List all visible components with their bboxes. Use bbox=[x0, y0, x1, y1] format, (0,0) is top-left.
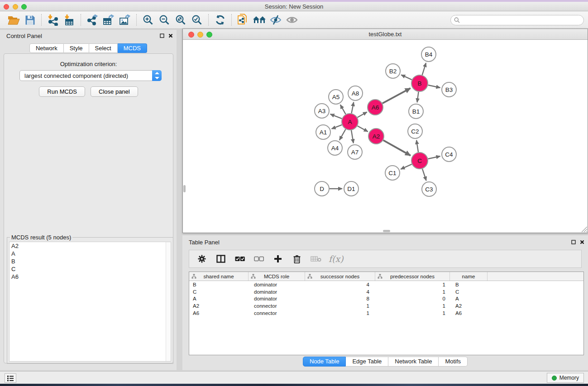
task-history-button[interactable] bbox=[5, 373, 16, 383]
table-cell[interactable]: A2 bbox=[450, 303, 488, 309]
column-header-shared-name[interactable]: shared name bbox=[189, 272, 249, 281]
result-list-scrollbar[interactable] bbox=[166, 242, 171, 361]
network-close-button[interactable] bbox=[188, 32, 194, 38]
table-cell[interactable]: 1 bbox=[375, 282, 450, 287]
search-input[interactable] bbox=[460, 16, 583, 24]
table-cell[interactable]: 0 bbox=[375, 296, 450, 301]
table-cell[interactable]: dominator bbox=[249, 289, 305, 295]
table-cell[interactable]: 8 bbox=[305, 296, 375, 301]
graph-edge-C-C2[interactable] bbox=[416, 140, 418, 152]
mcds-result-item[interactable]: A6 bbox=[10, 273, 171, 281]
table-cell[interactable]: dominator bbox=[249, 282, 305, 287]
function-builder-button[interactable]: f(x) bbox=[329, 253, 344, 265]
vertical-scrollbar-thumb[interactable] bbox=[183, 185, 186, 192]
zoom-fit-button[interactable] bbox=[172, 13, 189, 27]
table-cell[interactable]: B bbox=[189, 282, 249, 287]
graph-edge-B-B2[interactable] bbox=[401, 75, 412, 80]
table-row[interactable]: A2connector11A2 bbox=[189, 302, 583, 310]
table-cell[interactable]: connector bbox=[249, 310, 305, 316]
table-settings-button[interactable] bbox=[196, 253, 208, 265]
import-network-button[interactable] bbox=[45, 13, 61, 27]
export-network-button[interactable] bbox=[84, 13, 100, 27]
table-cell[interactable]: C bbox=[450, 289, 488, 295]
mcds-result-item[interactable]: A2 bbox=[10, 242, 171, 250]
table-cell[interactable]: connector bbox=[249, 303, 305, 309]
new-network-from-selection-button[interactable] bbox=[235, 13, 251, 27]
graph-edge-B-B1[interactable] bbox=[417, 92, 419, 102]
graph-edge-A-A3[interactable] bbox=[330, 114, 342, 119]
tab-select[interactable]: Select bbox=[89, 43, 118, 53]
tab-node-table[interactable]: Node Table bbox=[303, 357, 346, 367]
zoom-selected-button[interactable] bbox=[189, 13, 205, 27]
node-table[interactable]: shared nameMCDS rolesuccessor nodesprede… bbox=[189, 272, 584, 355]
table-row[interactable]: Adominator80A bbox=[189, 295, 583, 303]
show-graphics-button[interactable] bbox=[284, 13, 300, 27]
column-header-predecessor-nodes[interactable]: predecessor nodes bbox=[375, 272, 450, 281]
float-panel-icon[interactable] bbox=[160, 33, 164, 38]
mcds-result-item[interactable]: A bbox=[10, 250, 171, 257]
memory-button[interactable]: Memory bbox=[547, 373, 584, 383]
zoom-in-button[interactable] bbox=[140, 13, 156, 27]
show-columns-button[interactable] bbox=[215, 253, 227, 265]
save-session-button[interactable] bbox=[22, 13, 38, 27]
graph-edge-B-B3[interactable] bbox=[428, 85, 440, 88]
open-session-button[interactable] bbox=[5, 13, 22, 27]
graph-edge-A-A2[interactable] bbox=[358, 126, 368, 132]
optimization-criterion-select[interactable]: largest connected component (directed) bbox=[19, 70, 162, 81]
export-image-button[interactable] bbox=[117, 13, 133, 27]
close-panel-icon[interactable] bbox=[580, 240, 584, 244]
table-cell[interactable]: A bbox=[450, 296, 488, 301]
tab-mcds[interactable]: MCDS bbox=[118, 43, 147, 53]
table-row[interactable]: Bdominator41B bbox=[189, 281, 583, 288]
app-titlebar[interactable]: Session: New Session bbox=[0, 2, 588, 11]
graph-edge-A6-B[interactable] bbox=[382, 88, 411, 103]
table-row[interactable]: A6connector11A6 bbox=[189, 310, 583, 317]
table-cell[interactable]: A6 bbox=[189, 310, 249, 316]
mcds-result-item[interactable]: C bbox=[10, 265, 171, 273]
graph-edge-C-C4[interactable] bbox=[428, 156, 440, 159]
run-mcds-button[interactable]: Run MCDS bbox=[39, 86, 85, 97]
column-header-MCDS-role[interactable]: MCDS role bbox=[249, 272, 305, 281]
table-cell[interactable]: A6 bbox=[450, 310, 488, 316]
graph-edge-B-B4[interactable] bbox=[422, 63, 426, 75]
first-neighbors-button[interactable] bbox=[251, 13, 268, 27]
table-cell[interactable]: 4 bbox=[305, 289, 375, 295]
zoom-out-button[interactable] bbox=[156, 13, 172, 27]
table-cell[interactable]: 1 bbox=[375, 303, 450, 309]
table-cell[interactable]: C bbox=[189, 289, 249, 295]
graph-edge-C-C1[interactable] bbox=[401, 164, 411, 169]
column-header-name[interactable]: name bbox=[450, 272, 488, 281]
network-window-titlebar[interactable]: testGlobe.txt bbox=[183, 29, 588, 40]
export-table-button[interactable] bbox=[100, 13, 117, 27]
hide-graphics-button[interactable] bbox=[268, 13, 284, 27]
close-panel-button[interactable]: Close panel bbox=[91, 86, 138, 97]
toolbar-search[interactable] bbox=[450, 15, 584, 25]
mcds-result-item[interactable]: B bbox=[10, 257, 171, 265]
table-cell[interactable]: A2 bbox=[189, 303, 249, 309]
table-cell[interactable]: A bbox=[189, 296, 249, 301]
table-cell[interactable]: B bbox=[450, 282, 488, 287]
table-cell[interactable]: 1 bbox=[305, 310, 375, 316]
tab-edge-table[interactable]: Edge Table bbox=[346, 357, 388, 367]
delete-columns-button[interactable] bbox=[291, 253, 303, 265]
resize-grip-icon[interactable] bbox=[581, 226, 587, 232]
tab-network-table[interactable]: Network Table bbox=[388, 357, 439, 367]
tab-motifs[interactable]: Motifs bbox=[439, 357, 468, 367]
graph-edge-A2-C[interactable] bbox=[383, 140, 411, 156]
import-table-button[interactable] bbox=[61, 13, 77, 27]
horizontal-scrollbar-thumb[interactable] bbox=[383, 230, 390, 232]
float-panel-icon[interactable] bbox=[571, 240, 576, 244]
graph-edge-A-A4[interactable] bbox=[339, 129, 346, 140]
tab-network[interactable]: Network bbox=[29, 43, 64, 53]
table-cell[interactable]: 1 bbox=[375, 310, 450, 316]
deselect-all-columns-button[interactable] bbox=[253, 253, 265, 265]
network-zoom-button[interactable] bbox=[206, 32, 212, 38]
graph-edge-A-A5[interactable] bbox=[340, 105, 346, 114]
table-cell[interactable]: 4 bbox=[305, 282, 375, 287]
graph-edge-A-A6[interactable] bbox=[357, 112, 367, 117]
tab-style[interactable]: Style bbox=[64, 43, 89, 53]
graph-edge-A-A1[interactable] bbox=[332, 125, 342, 129]
table-cell[interactable]: 1 bbox=[305, 303, 375, 309]
create-column-button[interactable] bbox=[272, 253, 284, 265]
refresh-view-button[interactable] bbox=[212, 13, 228, 27]
